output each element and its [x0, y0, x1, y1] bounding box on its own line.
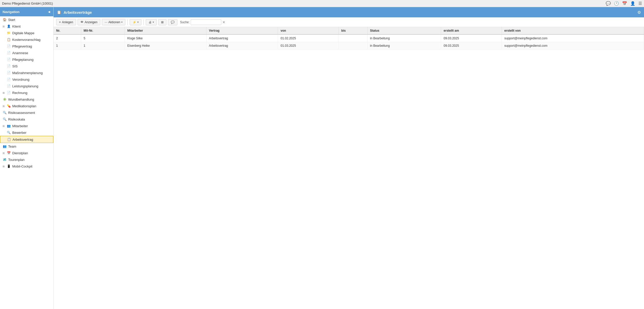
anlegen-button[interactable]: + Anlegen [56, 19, 76, 25]
nav-icon-arbeitsvertrag: 📋 [7, 137, 11, 141]
sidebar-item-mobil-cockpit[interactable]: ⊞📱Mobil-Cockpit [0, 163, 53, 170]
export-button[interactable]: ⊞ [158, 19, 166, 25]
col-header-mitarbeiter: Mitarbeiter [125, 27, 206, 34]
col-header-bis: bis [339, 27, 367, 34]
layout: Navigation ◄ 🏠Start⊞👤Klient📁Digitale Map… [0, 7, 644, 309]
table-row[interactable]: 25Kluge SilkeArbeitsvertrag01.02.2025in … [54, 34, 644, 42]
nav-icon-klient: 👤 [7, 24, 11, 28]
search-label: Suche: [180, 20, 189, 24]
comment-button[interactable]: 💬 [168, 19, 177, 25]
nav-icon-sis: 📄 [7, 64, 11, 68]
nav-label-pflegevertrag: Pflegevertrag [12, 44, 32, 48]
cell-von: 01.02.2025 [278, 34, 339, 42]
calendar-icon[interactable]: 📅 [622, 1, 627, 6]
aktionen-dropdown-arrow: ▾ [121, 21, 123, 23]
sidebar-item-anamnese[interactable]: 📄Anamnese [0, 50, 53, 56]
col-header-erstellt-von: erstellt von [502, 27, 644, 34]
sidebar-item-sis[interactable]: 📄SIS [0, 63, 53, 69]
nav-icon-wundbehandlung: ✳️ [3, 97, 7, 101]
expand-icon-medikationsplan: ⊞ [3, 105, 5, 108]
cell-bis [339, 42, 367, 50]
expand-icon-klient: ⊞ [3, 25, 5, 28]
cell-mit-nr: 5 [81, 34, 125, 42]
history-icon[interactable]: 🕐 [614, 1, 619, 6]
search-area: Suche: ✕ [180, 19, 225, 25]
sidebar-item-verordnung[interactable]: 📄Verordnung [0, 76, 53, 83]
sidebar-item-wundbehandlung[interactable]: ✳️Wundbehandlung [0, 96, 53, 103]
nav-items: 🏠Start⊞👤Klient📁Digitale Mappe📋Kostenvora… [0, 16, 53, 309]
filter-dropdown-arrow: ▾ [137, 21, 139, 23]
sidebar-collapse-button[interactable]: ◄ [47, 10, 51, 14]
printer-icon: 🖨 [149, 20, 152, 24]
sidebar-item-kostenvoranschlag[interactable]: 📋Kostenvoranschlag [0, 36, 53, 43]
sidebar-item-medikationsplan[interactable]: ⊞💊Medikationsplan [0, 103, 53, 109]
sidebar-item-tourenplan[interactable]: 🗺️Tourenplan [0, 156, 53, 163]
cell-nr: 2 [54, 34, 81, 42]
nav-label-wundbehandlung: Wundbehandlung [8, 98, 34, 101]
menu-icon[interactable]: ☰ [638, 1, 642, 6]
sidebar-item-arbeitsvertrag[interactable]: 📋Arbeitsvertrag [0, 136, 53, 143]
main-header: 📋 Arbeitsverträge ⚙ [54, 7, 644, 17]
nav-label-risikoassessment: Risikoassessment [8, 111, 35, 115]
anzeigen-button[interactable]: 👁 Anzeigen [78, 19, 100, 25]
sidebar-item-risikoskala[interactable]: 🔍Risikoskala [0, 116, 53, 123]
nav-label-risikoskala: Risikoskala [8, 117, 25, 121]
sidebar-item-klient[interactable]: ⊞👤Klient [0, 23, 53, 30]
sidebar-item-dienstplan[interactable]: ⊞📅Dienstplan [0, 150, 53, 156]
sidebar-item-leistungsplanung[interactable]: 📄Leistungsplanung [0, 83, 53, 89]
nav-icon-team: 👥 [3, 144, 7, 148]
print-dropdown-arrow: ▾ [153, 21, 154, 23]
sidebar-item-risikoassessment[interactable]: 🔍Risikoassessment [0, 109, 53, 116]
user-icon[interactable]: 👤 [630, 1, 635, 6]
cell-erstellt-von: support@meinpflegedienst.com [502, 42, 644, 50]
col-header-vertrag: Vertrag [206, 27, 278, 34]
expand-icon-dienstplan: ⊞ [3, 152, 5, 154]
nav-icon-risikoskala: 🔍 [3, 117, 7, 121]
col-header-mit-nr-: Mit-Nr. [81, 27, 125, 34]
cell-erstellt-am: 09.03.2025 [441, 42, 502, 50]
sidebar-item-pflegeplanung[interactable]: 📄Pflegeplanung [0, 56, 53, 63]
sidebar-item-digitale-mappe[interactable]: 📁Digitale Mappe [0, 30, 53, 36]
app-title: Demo Pflegedienst GmbH (10001) [2, 2, 53, 5]
search-input[interactable] [191, 19, 221, 25]
col-header-erstellt-am: erstellt am [441, 27, 502, 34]
chat-icon[interactable]: 💬 [606, 1, 611, 6]
sidebar-item-team[interactable]: 👥Team [0, 143, 53, 150]
sidebar-item-massnahmenplanung[interactable]: 📄Maßnahmenplanung [0, 69, 53, 76]
expand-icon-mitarbeiter: ⊞ [3, 125, 5, 127]
nav-label-digitale-mappe: Digitale Mappe [12, 31, 34, 35]
nav-icon-massnahmenplanung: 📄 [7, 71, 11, 75]
nav-icon-mitarbeiter: 👥 [7, 124, 11, 128]
nav-label-mobil-cockpit: Mobil-Cockpit [12, 164, 32, 168]
table-row[interactable]: 11Eisenberg HeikeArbeitsvertrag01.03.202… [54, 42, 644, 50]
sidebar-item-start[interactable]: 🏠Start [0, 16, 53, 23]
filter-button[interactable]: ⚡ ▾ [130, 19, 141, 25]
nav-icon-medikationsplan: 💊 [7, 104, 11, 108]
cell-mitarbeiter: Eisenberg Heike [125, 42, 206, 50]
sidebar-item-bewerber[interactable]: 🔍Bewerber [0, 129, 53, 136]
nav-label-leistungsplanung: Leistungsplanung [12, 84, 38, 88]
nav-icon-verordnung: 📄 [7, 77, 11, 81]
cell-status: in Bearbeitung [367, 42, 441, 50]
print-button[interactable]: 🖨 ▾ [146, 19, 157, 25]
dots-icon: ··· [105, 20, 107, 24]
nav-label-kostenvoranschlag: Kostenvoranschlag [12, 38, 41, 42]
aktionen-button[interactable]: ··· Aktionen ▾ [102, 19, 126, 25]
sidebar-item-mitarbeiter[interactable]: ⊞👥Mitarbeiter [0, 123, 53, 129]
search-clear-button[interactable]: ✕ [222, 20, 225, 24]
sidebar-item-rechnung[interactable]: ⊞📄Rechnung [0, 89, 53, 96]
nav-label-mitarbeiter: Mitarbeiter [12, 124, 28, 128]
settings-icon[interactable]: ⚙ [637, 10, 641, 15]
titlebar: Demo Pflegedienst GmbH (10001) 💬 🕐 📅 👤 ☰ [0, 0, 644, 7]
arbeitsvertrag-table: Nr.Mit-Nr.MitarbeiterVertragvonbisStatus… [54, 27, 644, 50]
sidebar-item-pflegevertrag[interactable]: 📄Pflegevertrag [0, 43, 53, 50]
cell-erstellt-am: 09.03.2025 [441, 34, 502, 42]
cell-nr: 1 [54, 42, 81, 50]
toolbar: + Anlegen 👁 Anzeigen ··· Aktionen ▾ ⚡ ▾ … [54, 17, 644, 27]
nav-label-anamnese: Anamnese [12, 51, 28, 55]
nav-label-tourenplan: Tourenplan [8, 158, 25, 162]
toolbar-separator-2 [143, 19, 144, 25]
nav-label-dienstplan: Dienstplan [12, 151, 28, 155]
cell-bis [339, 34, 367, 42]
titlebar-icons: 💬 🕐 📅 👤 ☰ [606, 1, 642, 6]
